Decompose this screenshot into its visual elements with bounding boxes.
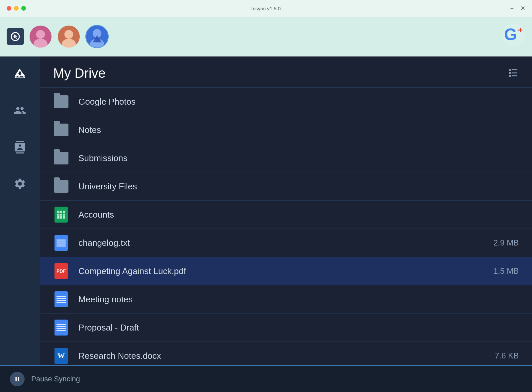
file-name: Meeting notes [78, 294, 485, 305]
docs-icon [53, 320, 69, 336]
sheets-icon [53, 207, 69, 223]
folder-icon [53, 178, 69, 194]
file-name: University Files [78, 181, 485, 192]
bottom-bar: Pause Syncing [0, 365, 532, 392]
svg-rect-18 [509, 72, 511, 74]
file-name: Submissions [78, 153, 485, 163]
file-header: My Drive [40, 56, 532, 88]
file-name: Proposal - Draft [78, 323, 485, 333]
file-name: Accounts [78, 210, 485, 220]
sidebar-item-contacts[interactable] [8, 136, 32, 159]
word-icon: W [53, 348, 69, 364]
pdf-icon: PDF [53, 263, 69, 279]
file-name: Competing Against Luck.pdf [78, 266, 485, 276]
pause-icon [14, 375, 21, 383]
file-name: Notes [78, 125, 485, 135]
file-name: changelog.txt [78, 238, 485, 248]
traffic-lights [7, 6, 26, 11]
avatar-user2[interactable] [57, 25, 80, 48]
docs-icon [53, 291, 69, 307]
avatar-image-3 [86, 26, 108, 48]
close-traffic-light[interactable] [7, 6, 11, 11]
docs-icon [53, 235, 69, 251]
window-controls: − ✕ [510, 5, 525, 11]
file-row[interactable]: Notes [40, 116, 532, 144]
close-button[interactable]: ✕ [520, 5, 525, 11]
view-toggle-button[interactable] [507, 68, 519, 79]
contacts-icon [14, 141, 26, 155]
file-row[interactable]: Proposal - Draft [40, 314, 532, 342]
svg-text:+: + [518, 25, 523, 35]
pause-sync-label: Pause Syncing [31, 375, 80, 383]
file-row[interactable]: W Research Notes.docx 7.6 KB [40, 342, 532, 365]
maximize-traffic-light[interactable] [21, 6, 26, 11]
page-title: My Drive [53, 66, 106, 81]
folder-icon [53, 94, 69, 110]
file-size: 2.9 MB [485, 238, 519, 247]
svg-rect-20 [509, 75, 511, 77]
svg-rect-16 [509, 69, 511, 71]
account-bar: ⟳ [0, 17, 532, 56]
svg-rect-21 [512, 75, 517, 76]
main-area: My Drive Google Photos [0, 56, 532, 365]
svg-point-6 [64, 30, 73, 39]
file-row[interactable]: Submissions [40, 144, 532, 172]
minimize-traffic-light[interactable] [14, 6, 19, 11]
add-google-account-button[interactable]: G + [502, 25, 525, 48]
avatar-image-2 [58, 26, 80, 48]
avatar-user1[interactable] [29, 25, 52, 48]
window-title: Insync v1.5.0 [251, 6, 280, 11]
svg-point-3 [36, 30, 45, 39]
avatar-image-1 [30, 26, 52, 48]
folder-icon [53, 122, 69, 138]
people-icon [14, 104, 26, 119]
svg-rect-19 [512, 72, 517, 73]
folder-icon [53, 150, 69, 166]
file-name: Research Notes.docx [78, 351, 485, 361]
file-area: My Drive Google Photos [40, 56, 532, 365]
sidebar-item-drive[interactable] [8, 63, 32, 86]
gear-icon [14, 177, 26, 192]
file-size: 7.6 KB [485, 351, 519, 360]
drive-icon [14, 68, 26, 82]
file-list: Google Photos Notes Submissions [40, 88, 532, 365]
svg-text:⟳: ⟳ [13, 34, 18, 40]
minimize-button[interactable]: − [510, 5, 514, 11]
file-row[interactable]: changelog.txt 2.9 MB [40, 229, 532, 257]
sync-status-icon[interactable]: ⟳ [7, 28, 24, 45]
pause-sync-button[interactable] [10, 372, 25, 386]
file-row[interactable]: Accounts [40, 201, 532, 229]
file-row[interactable]: Google Photos [40, 88, 532, 116]
title-bar: Insync v1.5.0 − ✕ [0, 0, 532, 17]
svg-text:G: G [504, 25, 517, 44]
file-row[interactable]: PDF Competing Against Luck.pdf 1.5 MB [40, 257, 532, 285]
file-row[interactable]: University Files [40, 172, 532, 201]
avatar-user3[interactable] [85, 25, 109, 48]
sidebar [0, 56, 40, 365]
file-size: 1.5 MB [485, 266, 519, 276]
file-name: Google Photos [78, 97, 485, 107]
sidebar-item-settings[interactable] [8, 173, 32, 196]
svg-rect-17 [512, 69, 517, 70]
google-plus-icon: G + [502, 24, 525, 50]
file-row[interactable]: Meeting notes [40, 285, 532, 314]
sidebar-item-shared[interactable] [8, 100, 32, 123]
